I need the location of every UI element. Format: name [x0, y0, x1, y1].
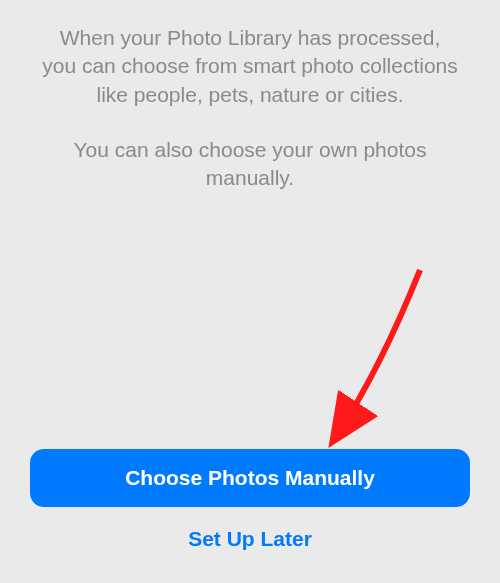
info-paragraph-2: You can also choose your own photos manu… [40, 136, 460, 193]
info-paragraph-1: When your Photo Library has processed, y… [40, 24, 460, 109]
bottom-actions: Choose Photos Manually Set Up Later [0, 449, 500, 565]
choose-photos-manually-button[interactable]: Choose Photos Manually [30, 449, 470, 507]
info-content: When your Photo Library has processed, y… [0, 0, 500, 193]
set-up-later-button[interactable]: Set Up Later [30, 513, 470, 565]
